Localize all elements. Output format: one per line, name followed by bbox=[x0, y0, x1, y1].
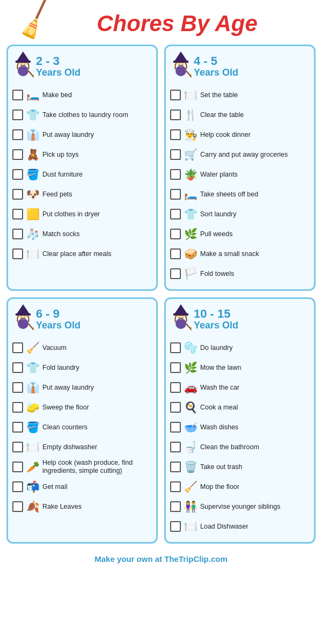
chore-checkbox[interactable] bbox=[170, 268, 181, 279]
svg-marker-10 bbox=[174, 52, 187, 61]
chore-icon: 🛒 bbox=[184, 148, 197, 161]
chore-icon: 🥣 bbox=[184, 421, 197, 434]
chore-text: Sort laundry bbox=[200, 210, 236, 218]
chore-checkbox[interactable] bbox=[12, 422, 23, 433]
chore-checkbox[interactable] bbox=[170, 442, 181, 452]
age-header-age-2-3: 2 - 3Years Old bbox=[12, 50, 152, 82]
chore-item: 👨‍🍳Help cook dinner bbox=[170, 126, 310, 143]
chore-icon: 🍽️ bbox=[184, 89, 197, 101]
age-label: 2 - 3Years Old bbox=[36, 55, 80, 78]
chore-checkbox[interactable] bbox=[170, 521, 181, 532]
chore-text: Help cook dinner bbox=[200, 131, 251, 139]
chore-checkbox[interactable] bbox=[12, 462, 23, 472]
chore-icon: 🏳️ bbox=[184, 267, 197, 280]
chore-checkbox[interactable] bbox=[170, 402, 181, 413]
chore-text: Put away laundry bbox=[42, 384, 94, 392]
chore-text: Rake Leaves bbox=[42, 503, 82, 511]
chore-item: 🧹Mop the floor bbox=[170, 478, 310, 495]
svg-marker-26 bbox=[174, 304, 187, 314]
chore-checkbox[interactable] bbox=[170, 209, 181, 219]
chore-item: 🌿Pull weeds bbox=[170, 225, 310, 243]
chore-text: Set the table bbox=[200, 91, 238, 99]
chore-checkbox[interactable] bbox=[12, 402, 23, 413]
chore-item: 🪣Clean counters bbox=[12, 419, 152, 436]
chore-checkbox[interactable] bbox=[12, 129, 23, 140]
chore-checkbox[interactable] bbox=[170, 481, 181, 492]
chore-item: 🛏️Make bed bbox=[12, 86, 152, 104]
chore-text: Take clothes to laundry room bbox=[42, 111, 128, 119]
chore-item: 🏳️Fold towels bbox=[170, 265, 310, 282]
chore-text: Mop the floor bbox=[200, 483, 239, 491]
svg-line-23 bbox=[33, 327, 34, 328]
chore-checkbox[interactable] bbox=[12, 501, 23, 512]
chore-checkbox[interactable] bbox=[12, 442, 23, 452]
chore-icon: 🪣 bbox=[26, 168, 40, 181]
chore-item: 🚽Clean the bathroom bbox=[170, 438, 310, 456]
svg-point-5 bbox=[24, 62, 26, 63]
chore-text: Make a small snack bbox=[200, 250, 259, 258]
chore-checkbox[interactable] bbox=[12, 342, 23, 353]
chore-checkbox[interactable] bbox=[12, 209, 23, 219]
chore-checkbox[interactable] bbox=[170, 109, 181, 120]
chore-icon: 🧹 bbox=[184, 480, 197, 493]
chore-item: 🧹Vacuum bbox=[12, 339, 152, 356]
chore-item: 👔Put away laundry bbox=[12, 126, 152, 143]
chore-icon: 🧦 bbox=[26, 228, 40, 240]
chore-checkbox[interactable] bbox=[12, 481, 23, 492]
chore-icon: 📬 bbox=[26, 480, 40, 493]
chore-checkbox[interactable] bbox=[170, 462, 181, 472]
svg-point-29 bbox=[182, 314, 184, 316]
chore-text: Wash dishes bbox=[200, 423, 238, 431]
chore-checkbox[interactable] bbox=[170, 382, 181, 393]
chore-checkbox[interactable] bbox=[12, 189, 23, 200]
chore-checkbox[interactable] bbox=[170, 501, 181, 512]
chore-item: 🧽Sweep the floor bbox=[12, 399, 152, 416]
chore-item: 📬Get mail bbox=[12, 478, 152, 495]
svg-point-4 bbox=[21, 62, 23, 63]
chore-checkbox[interactable] bbox=[170, 229, 181, 239]
chore-icon: 🪣 bbox=[26, 421, 40, 434]
chore-icon: 🧽 bbox=[26, 401, 40, 414]
chore-text: Clear place after meals bbox=[42, 250, 112, 258]
chore-checkbox[interactable] bbox=[170, 169, 181, 180]
chore-item: 🍽️Empty dishwasher bbox=[12, 438, 152, 456]
chore-checkbox[interactable] bbox=[170, 362, 181, 373]
chore-checkbox[interactable] bbox=[170, 248, 181, 259]
chore-checkbox[interactable] bbox=[170, 189, 181, 200]
chore-checkbox[interactable] bbox=[12, 248, 23, 259]
chore-checkbox[interactable] bbox=[12, 229, 23, 239]
chore-checkbox[interactable] bbox=[12, 169, 23, 180]
chore-icon: 👕 bbox=[184, 208, 197, 221]
chore-text: Mow the lawn bbox=[200, 364, 241, 372]
svg-marker-2 bbox=[17, 52, 30, 61]
footer: Make your own at TheTripClip.com bbox=[0, 549, 322, 568]
chore-icon: 🧹 bbox=[26, 341, 40, 354]
footer-text: Make your own at TheTripClip.com bbox=[94, 554, 228, 564]
chore-checkbox[interactable] bbox=[12, 382, 23, 393]
chore-item: 🧸Pick up toys bbox=[12, 146, 152, 163]
chore-text: Dust furniture bbox=[42, 171, 83, 179]
chore-checkbox[interactable] bbox=[12, 109, 23, 120]
chore-checkbox[interactable] bbox=[12, 362, 23, 373]
svg-rect-19 bbox=[16, 313, 31, 316]
chore-checkbox[interactable] bbox=[170, 90, 181, 100]
chore-checkbox[interactable] bbox=[170, 129, 181, 140]
age-header-age-6-9: 6 - 9Years Old bbox=[12, 303, 152, 335]
chore-text: Carry and put away groceries bbox=[200, 151, 288, 159]
witch-icon bbox=[12, 303, 34, 335]
svg-line-30 bbox=[186, 324, 192, 330]
svg-line-6 bbox=[28, 71, 34, 77]
age-header-age-4-5: 4 - 5Years Old bbox=[170, 50, 310, 82]
chore-checkbox[interactable] bbox=[12, 90, 23, 100]
chore-icon: 🥪 bbox=[184, 247, 197, 260]
chore-checkbox[interactable] bbox=[170, 149, 181, 160]
chore-checkbox[interactable] bbox=[170, 342, 181, 353]
chore-checkbox[interactable] bbox=[12, 149, 23, 160]
svg-point-0 bbox=[18, 65, 28, 76]
chore-item: 🗑️Take out trash bbox=[170, 458, 310, 475]
chore-text: Do laundry bbox=[200, 344, 232, 352]
chore-text: Put clothes in dryer bbox=[42, 210, 100, 218]
chore-icon: 🚗 bbox=[184, 381, 197, 394]
svg-line-14 bbox=[186, 71, 192, 77]
chore-checkbox[interactable] bbox=[170, 422, 181, 433]
